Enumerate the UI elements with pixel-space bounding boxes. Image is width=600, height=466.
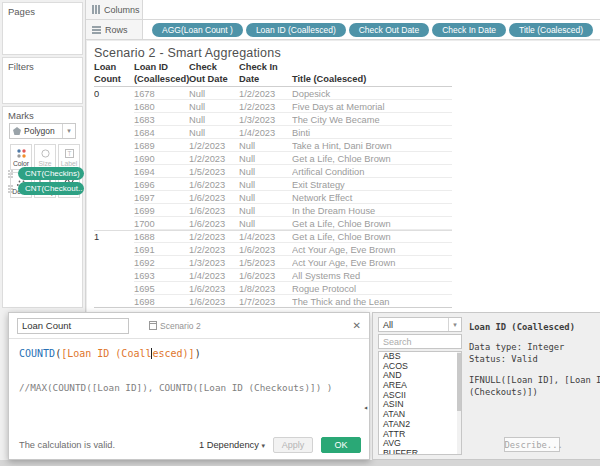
column-header[interactable]: Check Out Date xyxy=(189,62,239,85)
table-row[interactable]: 16971/6/2023NullNetwork Effect xyxy=(94,191,452,204)
close-icon[interactable]: ✕ xyxy=(353,320,361,331)
table-cell: 1/6/2023 xyxy=(189,297,239,307)
table-row[interactable]: 01678Null1/2/2023Dopesick xyxy=(94,87,452,100)
calc-editor-header: Scenario 2 ✕ xyxy=(9,313,369,339)
table-row[interactable]: 1683Null1/3/2023The City We Became xyxy=(94,113,452,126)
column-header[interactable]: Check In Date xyxy=(239,62,292,85)
pill-title-coalesced[interactable]: Title (Coalesced) xyxy=(509,23,593,37)
pages-shelf[interactable]: Pages xyxy=(2,2,83,55)
formula-editor[interactable]: COUNTD([Loan ID (Coallesced)]) //MAX(COU… xyxy=(9,339,369,431)
table-cell: 1700 xyxy=(134,219,189,229)
table-cell: 1698 xyxy=(134,297,189,307)
table-row[interactable]: 16931/4/20231/6/2023All Systems Red xyxy=(94,269,452,282)
column-header[interactable]: Title (Coalesced) xyxy=(292,74,452,86)
calc-name-input[interactable] xyxy=(17,318,129,334)
table-cell: All Systems Red xyxy=(292,271,452,281)
rows-shelf[interactable]: Rows AGG(Loan Count ) Loan ID (Coallesce… xyxy=(86,20,600,40)
table-cell: 1696 xyxy=(134,180,189,190)
color-icon xyxy=(16,148,27,159)
table-row[interactable]: 16921/3/20231/5/2023Act Your Age, Eve Br… xyxy=(94,256,452,269)
table-row[interactable]: 1680Null1/2/2023Five Days at Memorial xyxy=(94,100,452,113)
scrollbar-thumb[interactable] xyxy=(457,353,461,411)
table-cell: 1/2/2023 xyxy=(189,154,239,164)
table-cell: Exit Strategy xyxy=(292,180,452,190)
mark-type-dropdown[interactable]: Polygon ▾ xyxy=(9,123,76,139)
table-cell: Null xyxy=(189,128,239,138)
function-category-dropdown[interactable]: All ▾ xyxy=(378,317,462,332)
table-row[interactable]: 16891/2/2023NullTake a Hint, Dani Brown xyxy=(94,139,452,152)
table-cell: 1/2/2023 xyxy=(239,89,292,99)
rows-shelf-label: Rows xyxy=(86,20,143,39)
table-cell: Null xyxy=(239,206,292,216)
function-list-item[interactable]: BUFFER xyxy=(379,449,461,455)
filters-shelf[interactable]: Filters xyxy=(2,57,83,104)
table-cell: 1 xyxy=(94,232,134,242)
color-button-label: Color xyxy=(13,160,29,167)
table-cell: Null xyxy=(189,102,239,112)
table-cell: Binti xyxy=(292,128,452,138)
table-cell: In the Dream House xyxy=(292,206,452,216)
table-cell: Take a Hint, Dani Brown xyxy=(292,141,452,151)
size-icon xyxy=(40,148,51,159)
pill-agg-loan-count[interactable]: AGG(Loan Count ) xyxy=(152,23,243,37)
table-cell: 1/6/2023 xyxy=(189,284,239,294)
table-cell: Null xyxy=(239,193,292,203)
marks-pill-row: CNT(Checkins) xyxy=(7,167,84,180)
chevron-down-icon: ▾ xyxy=(448,318,461,331)
pill-cnt-checkins[interactable]: CNT(Checkins) xyxy=(18,167,84,180)
table-cell: 1/3/2023 xyxy=(189,258,239,268)
describe-button[interactable]: Describe... xyxy=(504,437,560,452)
table-cell: Null xyxy=(239,167,292,177)
table-cell: 1684 xyxy=(134,128,189,138)
columns-shelf-content[interactable] xyxy=(143,0,600,19)
scrollbar[interactable] xyxy=(457,352,461,454)
table-row[interactable]: 16951/6/20231/8/2023Rogue Protocol xyxy=(94,282,452,295)
table-cell: 1699 xyxy=(134,206,189,216)
table-cell: Get a Life, Chloe Brown xyxy=(292,219,452,229)
table-row[interactable]: 16991/6/2023NullIn the Dream House xyxy=(94,204,452,217)
table-row[interactable]: 1684Null1/4/2023Binti xyxy=(94,126,452,139)
function-search-input[interactable] xyxy=(378,334,462,349)
ok-button[interactable]: OK xyxy=(321,437,361,453)
table-row[interactable]: 17001/6/2023NullGet a Life, Chloe Brown xyxy=(94,217,452,230)
table-row[interactable]: 16961/6/2023NullExit Strategy xyxy=(94,178,452,191)
size-button-label: Size xyxy=(38,160,51,167)
pill-check-in-date[interactable]: Check In Date xyxy=(432,23,506,37)
pill-check-out-date[interactable]: Check Out Date xyxy=(349,23,429,37)
columns-icon xyxy=(92,5,100,14)
pages-label: Pages xyxy=(3,3,82,17)
table-cell: Get a Life, Chloe Brown xyxy=(292,232,452,242)
table-row[interactable]: 116881/2/20231/4/2023Get a Life, Chloe B… xyxy=(94,230,452,243)
table-row[interactable]: 16901/2/2023NullGet a Life, Chloe Brown xyxy=(94,152,452,165)
chevron-down-icon[interactable]: ▾ xyxy=(62,124,75,138)
formula-line: COUNTD([Loan ID (Coallesced)]) xyxy=(19,348,201,359)
table-row[interactable]: 16941/5/2023NullArtifical Condition xyxy=(94,165,452,178)
dependency-dropdown[interactable]: 1 Dependency ▾ xyxy=(199,440,265,450)
calculation-editor-dialog: Scenario 2 ✕ COUNTD([Loan ID (Coallesced… xyxy=(8,312,370,460)
table-cell: 1691 xyxy=(134,245,189,255)
table-cell: Dopesick xyxy=(292,89,452,99)
column-header[interactable]: Loan ID (Coallesced) xyxy=(134,62,189,85)
table-header-row: Loan Count Loan ID (Coallesced) Check Ou… xyxy=(94,62,452,87)
pill-cnt-checkouts[interactable]: CNT(Checkout.. xyxy=(18,182,84,195)
table-cell: Act Your Age, Eve Brown xyxy=(292,245,452,255)
table-cell: 0 xyxy=(94,89,134,99)
column-header[interactable]: Loan Count xyxy=(94,62,134,85)
columns-shelf[interactable]: Columns xyxy=(86,0,600,20)
table-row[interactable]: 16911/2/20231/6/2023Act Your Age, Eve Br… xyxy=(94,243,452,256)
table-cell: 1/3/2023 xyxy=(239,115,292,125)
table-cell: 1683 xyxy=(134,115,189,125)
apply-button[interactable]: Apply xyxy=(273,437,313,453)
pill-loan-id-coallesced[interactable]: Loan ID (Coallesced) xyxy=(246,23,346,37)
sheet-reference: Scenario 2 xyxy=(149,321,201,331)
collapse-functions-pane-icon[interactable]: ◂ xyxy=(363,403,368,412)
table-cell: 1/2/2023 xyxy=(189,245,239,255)
tableau-window: Pages Filters Marks Polygon ▾ Color xyxy=(0,0,600,466)
functions-panel: All ▾ ABSACOSANDAREAASCIIASINATANATAN2AT… xyxy=(372,312,600,460)
table-row[interactable]: 16981/6/20231/7/2023The Thick and the Le… xyxy=(94,295,452,308)
filters-label: Filters xyxy=(3,58,82,72)
table-cell: 1688 xyxy=(134,232,189,242)
svg-text:T: T xyxy=(67,150,71,157)
columns-shelf-label: Columns xyxy=(86,0,143,19)
table-cell: 1692 xyxy=(134,258,189,268)
